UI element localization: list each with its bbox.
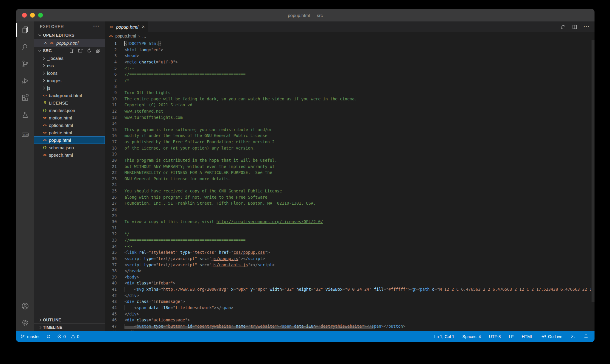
tree-item-motion.html[interactable]: <>motion.html bbox=[34, 114, 105, 122]
language-mode-status[interactable]: HTML bbox=[522, 334, 533, 339]
close-window-button[interactable] bbox=[22, 13, 27, 18]
problems-status[interactable]: 0 0 bbox=[57, 334, 80, 339]
tree-item-background.html[interactable]: <>background.html bbox=[34, 92, 105, 99]
code-line-14[interactable]: 14 bbox=[105, 120, 591, 127]
tree-item-speech.html[interactable]: <>speech.html bbox=[34, 151, 105, 159]
code-line-24[interactable]: 24 bbox=[105, 182, 591, 188]
code-line-25[interactable]: 25You should have received a copy of the… bbox=[105, 188, 591, 194]
code-line-33[interactable]: 33//====================================… bbox=[105, 237, 591, 243]
code-line-28[interactable]: 28 bbox=[105, 206, 591, 213]
tree-item-css[interactable]: css bbox=[34, 62, 105, 69]
code-line-6[interactable]: 6//=====================================… bbox=[105, 71, 591, 77]
git-branch-status[interactable]: master bbox=[20, 334, 40, 339]
tree-item-schema.json[interactable]: {}schema.json bbox=[34, 144, 105, 151]
new-folder-icon[interactable] bbox=[78, 48, 83, 53]
code-line-9[interactable]: 9Turn Off the Lights bbox=[105, 90, 591, 96]
code-line-12[interactable]: 12www.stefanvd.net bbox=[105, 108, 591, 114]
collapse-folders-icon[interactable] bbox=[96, 48, 101, 53]
code-editor[interactable]: 1<!DOCTYPE html>2<html lang="en">3<head>… bbox=[105, 40, 591, 331]
code-line-26[interactable]: 26along with this program; if not, write… bbox=[105, 194, 591, 200]
close-tab-icon[interactable]: × bbox=[142, 24, 144, 29]
code-line-30[interactable]: 30To view a copy of this license, visit … bbox=[105, 219, 591, 225]
code-line-32[interactable]: 32*/ bbox=[105, 231, 591, 237]
code-line-3[interactable]: 3<head> bbox=[105, 53, 591, 59]
search-icon[interactable] bbox=[16, 38, 34, 55]
tree-item-options.html[interactable]: <>options.html bbox=[34, 122, 105, 129]
vertical-scrollbar[interactable] bbox=[592, 40, 595, 302]
code-line-45[interactable]: 45</div> bbox=[105, 311, 591, 317]
code-line-2[interactable]: 2<html lang="en"> bbox=[105, 47, 591, 53]
code-line-7[interactable]: 7/* bbox=[105, 77, 591, 84]
code-line-27[interactable]: 27Foundation, Inc., 51 Franklin Street, … bbox=[105, 200, 591, 206]
code-line-20[interactable]: 20This program is distributed in the hop… bbox=[105, 157, 591, 164]
code-line-34[interactable]: 34--> bbox=[105, 243, 591, 250]
code-line-40[interactable]: 40<div class="infobar"> bbox=[105, 280, 591, 286]
explorer-icon[interactable] bbox=[16, 21, 34, 38]
tree-item-images[interactable]: images bbox=[34, 77, 105, 84]
code-line-5[interactable]: 5<!-- bbox=[105, 65, 591, 71]
eol-status[interactable]: LF bbox=[509, 334, 513, 339]
tree-item-palette.html[interactable]: <>palette.html bbox=[34, 129, 105, 136]
extensions-icon[interactable] bbox=[16, 89, 34, 106]
code-line-31[interactable]: 31 bbox=[105, 225, 591, 231]
code-line-38[interactable]: 38</head> bbox=[105, 268, 591, 274]
timeline-section-header[interactable]: TIMELINE bbox=[34, 323, 105, 331]
code-line-10[interactable]: 10The entire page will be fading to dark… bbox=[105, 96, 591, 102]
source-control-icon[interactable] bbox=[16, 55, 34, 72]
split-editor-icon[interactable] bbox=[572, 24, 578, 30]
code-line-46[interactable]: 46<div class="actionmessage"> bbox=[105, 317, 591, 323]
outline-section-header[interactable]: OUTLINE bbox=[34, 316, 105, 323]
run-and-debug-icon[interactable] bbox=[16, 72, 34, 89]
breadcrumb-file[interactable]: popup.html bbox=[115, 34, 136, 38]
encoding-status[interactable]: UTF-8 bbox=[489, 334, 501, 339]
code-line-29[interactable]: 29 bbox=[105, 213, 591, 219]
new-file-icon[interactable] bbox=[69, 48, 74, 53]
go-live-button[interactable]: Go Live bbox=[541, 334, 562, 339]
views-more-actions-icon[interactable]: ··· bbox=[93, 23, 99, 29]
code-line-19[interactable]: 19 bbox=[105, 151, 591, 157]
testing-icon[interactable] bbox=[16, 106, 34, 123]
code-line-37[interactable]: 37<script type="text/javascript" src="js… bbox=[105, 262, 591, 268]
code-line-36[interactable]: 36<script type="text/javascript" src="js… bbox=[105, 256, 591, 262]
feedback-icon[interactable] bbox=[570, 334, 575, 339]
code-line-1[interactable]: 1<!DOCTYPE html> bbox=[105, 41, 591, 47]
code-line-11[interactable]: 11Copyright (C) 2021 Stefan vd bbox=[105, 102, 591, 108]
tab-popup-html[interactable]: <> popup.html × bbox=[105, 21, 148, 32]
maximize-window-button[interactable] bbox=[38, 13, 43, 18]
indentation-status[interactable]: Spaces: 4 bbox=[462, 334, 481, 339]
code-line-42[interactable]: 42</div> bbox=[105, 293, 591, 299]
tree-item-js[interactable]: js bbox=[34, 84, 105, 92]
code-line-41[interactable]: 41 <svg xmlns="http://www.w3.org/2000/sv… bbox=[105, 286, 591, 293]
code-line-23[interactable]: 23GNU General Public License for more de… bbox=[105, 176, 591, 182]
tree-item-LICENSE[interactable]: LICENSE bbox=[34, 99, 105, 107]
close-editor-icon[interactable]: × bbox=[44, 41, 47, 45]
code-line-18[interactable]: 18of the License, or (at your option) an… bbox=[105, 145, 591, 151]
refresh-icon[interactable] bbox=[87, 48, 92, 53]
code-line-39[interactable]: 39<body> bbox=[105, 274, 591, 280]
breadcrumb[interactable]: <> popup.html › … bbox=[105, 32, 595, 40]
accounts-icon[interactable] bbox=[16, 298, 34, 314]
minimize-window-button[interactable] bbox=[30, 13, 35, 18]
tree-item-_locales[interactable]: _locales bbox=[34, 55, 105, 62]
cursor-position-status[interactable]: Ln 1, Col 1 bbox=[434, 334, 455, 339]
notifications-bell-icon[interactable] bbox=[583, 334, 589, 339]
code-line-4[interactable]: 4<meta charset="utf-8"> bbox=[105, 59, 591, 65]
horizontal-scrollbar[interactable] bbox=[125, 326, 374, 329]
code-line-21[interactable]: 21but WITHOUT ANY WARRANTY; without even… bbox=[105, 164, 591, 170]
code-line-8[interactable]: 8 bbox=[105, 83, 591, 90]
open-editors-section-header[interactable]: OPEN EDITORS bbox=[34, 31, 105, 39]
code-line-15[interactable]: 15This program is free software; you can… bbox=[105, 127, 591, 133]
sqltools-icon[interactable]: QL bbox=[16, 126, 34, 143]
code-line-13[interactable]: 13www.turnoffthelights.com bbox=[105, 114, 591, 121]
open-changes-icon[interactable] bbox=[560, 24, 566, 30]
code-line-16[interactable]: 16modify it under the terms of the GNU G… bbox=[105, 133, 591, 139]
tree-item-icons[interactable]: icons bbox=[34, 69, 105, 77]
code-line-43[interactable]: 43<div class="infomessage"> bbox=[105, 298, 591, 305]
breadcrumb-symbol[interactable]: … bbox=[142, 34, 146, 38]
tree-item-manifest.json[interactable]: {}manifest.json bbox=[34, 107, 105, 114]
code-line-44[interactable]: 44 <span data-i18n="titeldoesntwork"></s… bbox=[105, 305, 591, 311]
editor-more-actions-icon[interactable]: ··· bbox=[583, 24, 590, 30]
tree-item-popup.html[interactable]: <>popup.html bbox=[34, 136, 105, 144]
sync-changes-button[interactable] bbox=[46, 334, 51, 339]
code-line-22[interactable]: 22MERCHANTABILITY or FITNESS FOR A PARTI… bbox=[105, 169, 591, 176]
